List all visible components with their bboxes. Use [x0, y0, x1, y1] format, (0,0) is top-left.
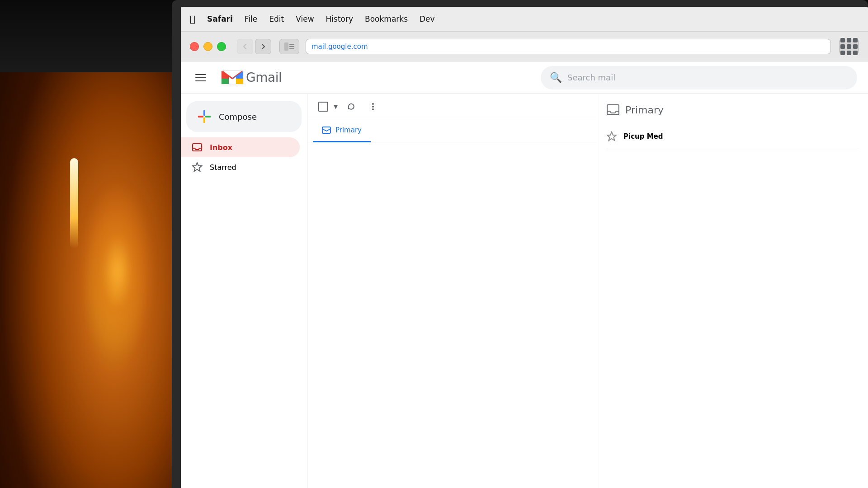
sidebar-toggle-icon	[284, 42, 294, 51]
bookmarks-menu[interactable]: Bookmarks	[363, 14, 410, 24]
svg-marker-19	[607, 132, 616, 141]
fullscreen-window-button[interactable]	[217, 42, 226, 51]
grid-view-button[interactable]	[839, 39, 859, 54]
hamburger-line-2	[195, 77, 206, 78]
svg-marker-13	[193, 163, 202, 171]
gmail-logo: Gmail	[221, 66, 282, 89]
email-list[interactable]	[307, 142, 597, 488]
safari-menu[interactable]: Safari	[205, 14, 235, 24]
svg-rect-0	[284, 42, 288, 51]
inbox-icon	[192, 142, 203, 153]
dev-menu[interactable]: Dev	[418, 14, 437, 24]
primary-tab-icon	[322, 126, 331, 135]
svg-point-15	[372, 106, 374, 108]
star-icon	[192, 162, 203, 173]
svg-rect-1	[289, 44, 294, 45]
email-preview-row[interactable]: Picup Med	[606, 124, 859, 149]
screen:  Safari File Edit View History Bookmark…	[181, 7, 868, 488]
gmail-header: Gmail 🔍 Search mail	[181, 61, 868, 94]
gmail-right-panel: Primary Picup Med	[597, 94, 868, 488]
address-bar[interactable]: mail.google.com	[306, 39, 831, 54]
address-bar-text: mail.google.com	[311, 42, 368, 51]
close-window-button[interactable]	[190, 42, 199, 51]
primary-tab-label: Primary	[335, 126, 362, 134]
hamburger-line-1	[195, 74, 206, 75]
back-button[interactable]	[237, 39, 253, 54]
macos-menubar:  Safari File Edit View History Bookmark…	[181, 7, 868, 32]
more-options-icon	[372, 102, 374, 111]
browser-chrome: mail.google.com	[181, 32, 868, 61]
compose-label: Compose	[219, 112, 257, 122]
nav-buttons	[237, 39, 271, 54]
inbox-label: Inbox	[210, 143, 232, 152]
fire-glow	[81, 181, 154, 361]
gmail-body: Compose Inbox Starr	[181, 94, 868, 488]
right-panel-inbox-icon	[606, 103, 620, 117]
select-all-checkbox[interactable]	[318, 102, 328, 112]
svg-rect-5	[222, 79, 229, 84]
select-dropdown-arrow[interactable]: ▼	[334, 103, 338, 110]
svg-rect-8	[203, 110, 205, 116]
right-panel-category-label: Primary	[625, 104, 664, 116]
minimize-window-button[interactable]	[203, 42, 212, 51]
email-sender-name: Picup Med	[623, 132, 705, 141]
refresh-icon	[347, 102, 356, 111]
gmail-sidebar: Compose Inbox Starr	[181, 94, 307, 488]
sidebar-item-starred[interactable]: Starred	[181, 157, 300, 177]
starred-label: Starred	[210, 163, 236, 172]
file-menu[interactable]: File	[243, 14, 259, 24]
hamburger-menu-button[interactable]	[192, 70, 210, 85]
history-menu[interactable]: History	[324, 14, 355, 24]
edit-menu[interactable]: Edit	[267, 14, 286, 24]
svg-rect-10	[198, 116, 203, 117]
compose-plus-icon	[197, 109, 212, 124]
refresh-button[interactable]	[343, 99, 359, 115]
more-options-button[interactable]	[365, 99, 381, 115]
svg-rect-11	[205, 116, 211, 117]
gmail-toolbar: ▼	[307, 94, 597, 119]
svg-rect-9	[203, 117, 205, 123]
search-icon: 🔍	[550, 72, 562, 83]
svg-rect-17	[322, 127, 330, 133]
gmail-wordmark: Gmail	[246, 70, 282, 85]
grid-icon	[840, 38, 858, 55]
view-menu[interactable]: View	[294, 14, 316, 24]
gmail-m-icon	[221, 66, 244, 89]
email-star-icon[interactable]	[606, 131, 617, 142]
svg-point-14	[372, 103, 374, 105]
hamburger-line-3	[195, 80, 206, 81]
candle-light	[70, 158, 78, 249]
gmail-search-bar[interactable]: 🔍 Search mail	[541, 66, 857, 89]
compose-button[interactable]: Compose	[186, 101, 302, 132]
sidebar-toggle-button[interactable]	[279, 39, 299, 54]
tab-primary[interactable]: Primary	[313, 119, 371, 142]
sidebar-item-inbox[interactable]: Inbox	[181, 137, 300, 157]
svg-rect-6	[236, 79, 243, 84]
svg-point-16	[372, 108, 374, 110]
right-panel-header: Primary	[606, 103, 859, 117]
gmail-content: Gmail 🔍 Search mail	[181, 61, 868, 488]
search-placeholder-text: Search mail	[567, 73, 615, 82]
traffic-lights	[190, 42, 226, 51]
apple-menu-icon[interactable]: 	[190, 14, 195, 24]
svg-rect-3	[289, 48, 294, 49]
forward-button[interactable]	[255, 39, 271, 54]
svg-rect-2	[289, 46, 294, 47]
gmail-main: ▼	[307, 94, 597, 488]
tabs-row: Primary	[307, 119, 597, 142]
